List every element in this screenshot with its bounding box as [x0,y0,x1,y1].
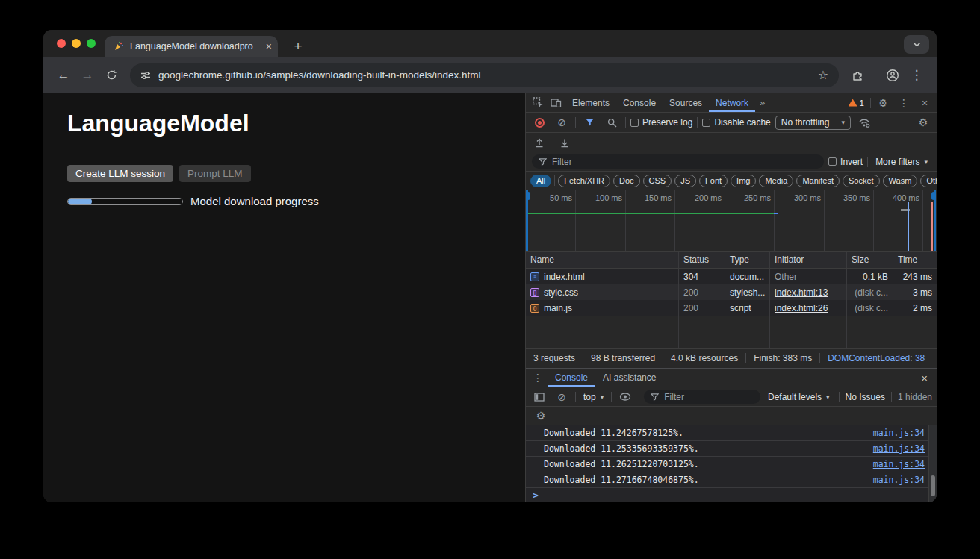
chip-wasm[interactable]: Wasm [883,175,918,187]
table-row-style-css[interactable]: {}style.css 200 stylesh... index.html:13… [526,284,937,300]
clear-network-log-button[interactable]: ⊘ [553,114,571,131]
chip-font[interactable]: Font [699,175,728,187]
tab-sources[interactable]: Sources [663,93,709,112]
console-message[interactable]: Downloaded 11.27166748046875%. main.js:3… [526,472,937,487]
warning-triangle-icon [849,99,858,107]
console-message[interactable]: Downloaded 11.26251220703125%. main.js:3… [526,456,937,472]
chip-all[interactable]: All [530,175,551,187]
create-llm-session-button[interactable]: Create LLM session [67,165,173,182]
more-tabs-icon[interactable]: » [755,97,769,108]
waterfall-bar-green [526,213,774,214]
initiator-link[interactable]: index.html:26 [775,303,828,313]
column-header-size[interactable]: Size [847,252,893,268]
hidden-messages-count[interactable]: 1 hidden [898,392,932,402]
column-header-initiator[interactable]: Initiator [770,252,847,268]
drawer-close-button[interactable]: × [915,372,934,384]
chip-doc[interactable]: Doc [613,175,640,187]
issues-counter[interactable]: No Issues [846,392,885,402]
prompt-llm-button[interactable]: Prompt LLM [179,165,251,182]
scrollbar-thumb[interactable] [931,475,935,496]
chip-img[interactable]: Img [731,175,756,187]
preserve-log-checkbox[interactable]: Preserve log [630,117,692,128]
chip-js[interactable]: JS [674,175,696,187]
chip-media[interactable]: Media [759,175,793,187]
initiator-link[interactable]: index.html:13 [775,287,828,298]
drawer-tab-ai-assistance[interactable]: AI assistance [596,369,663,387]
bookmark-star-icon[interactable]: ☆ [818,68,828,82]
console-message[interactable]: Downloaded 11.24267578125%. main.js:34 [526,425,937,440]
overview-left-handle[interactable] [526,190,528,251]
column-header-name[interactable]: Name [526,252,679,268]
chip-socket[interactable]: Socket [843,175,880,187]
tab-search-chevron-button[interactable] [904,35,929,54]
issues-warning-button[interactable]: 1 [846,99,867,107]
filter-toggle-button[interactable] [580,114,598,131]
console-scrollbar[interactable] [928,425,937,502]
column-header-type[interactable]: Type [725,252,770,268]
new-tab-button[interactable]: + [288,37,308,56]
devtools-close-button[interactable]: × [916,95,934,111]
column-header-status[interactable]: Status [679,252,725,268]
chip-manifest[interactable]: Manifest [796,175,840,187]
source-link[interactable]: main.js:34 [873,459,925,469]
chip-fetch-xhr[interactable]: Fetch/XHR [558,175,610,187]
browser-tab[interactable]: LanguageModel downloadpro × [105,36,278,57]
network-settings-button[interactable]: ⚙ [914,114,932,131]
tab-elements[interactable]: Elements [565,93,616,112]
throttling-dropdown[interactable]: No throttling ▾ [775,116,851,130]
extensions-button[interactable] [846,64,869,87]
forward-button[interactable]: → [76,64,99,87]
execution-context-dropdown[interactable]: top ▾ [580,392,607,402]
chip-css[interactable]: CSS [643,175,672,187]
console-prompt[interactable]: > [526,487,937,502]
import-har-button[interactable] [530,134,548,151]
network-conditions-button[interactable] [855,114,873,131]
tick-label: 50 ms [527,193,572,202]
invert-checkbox[interactable]: Invert [828,157,863,167]
fullscreen-window-button[interactable] [87,39,96,48]
inspect-element-button[interactable] [529,95,547,111]
source-link[interactable]: main.js:34 [873,428,925,438]
message-text: Downloaded 11.25335693359375%. [544,443,699,454]
address-bar[interactable]: googlechrome.github.io/samples/downloadi… [130,63,839,87]
gridline [824,190,825,251]
drawer-tab-console[interactable]: Console [548,369,595,387]
close-window-button[interactable] [57,39,66,48]
column-header-time[interactable]: Time [893,252,937,268]
export-har-button[interactable] [556,134,574,151]
tab-network[interactable]: Network [709,93,755,112]
profile-button[interactable] [881,64,904,87]
devtools-settings-button[interactable]: ⚙ [874,95,892,111]
device-toolbar-button[interactable] [547,95,565,111]
site-settings-icon[interactable] [140,71,151,80]
back-button[interactable]: ← [52,64,75,87]
requests-table-header: Name Status Type Initiator Size Time [526,252,937,269]
source-link[interactable]: main.js:34 [873,475,925,485]
console-sidebar-toggle-button[interactable] [530,389,548,405]
minimize-window-button[interactable] [72,39,81,48]
search-network-button[interactable] [603,114,621,131]
network-filter-input[interactable]: Filter [532,154,824,169]
table-row-index-html[interactable]: ≡index.html 304 docum... Other 0.1 kB 24… [526,269,937,284]
chip-other[interactable]: Other [920,175,937,187]
devtools-menu-button[interactable]: ⋮ [895,95,913,111]
browser-menu-button[interactable]: ⋮ [905,64,928,87]
drawer-menu-button[interactable]: ⋮ [529,369,547,386]
request-size: (disk c... [847,284,893,300]
console-settings-button[interactable]: ⚙ [532,407,550,424]
clear-console-button[interactable]: ⊘ [553,389,571,405]
tab-close-icon[interactable]: × [266,41,272,51]
network-overview-timeline[interactable]: 50 ms 100 ms 150 ms 200 ms 250 ms 300 ms… [526,190,937,252]
log-levels-dropdown[interactable]: Default levels ▾ [765,392,833,402]
reload-button[interactable] [100,64,122,87]
disable-cache-checkbox[interactable]: Disable cache [702,117,770,128]
live-expression-button[interactable] [616,389,634,405]
console-filter-input[interactable]: Filter [644,390,760,404]
record-network-log-button[interactable] [530,114,548,131]
more-filters-dropdown[interactable]: More filters ▾ [872,157,931,167]
console-message[interactable]: Downloaded 11.25335693359375%. main.js:3… [526,440,937,456]
table-row-main-js[interactable]: ()main.js 200 script index.html:26 (disk… [526,300,937,316]
tab-console[interactable]: Console [616,93,663,112]
overview-right-handle[interactable] [934,190,936,251]
source-link[interactable]: main.js:34 [873,443,925,454]
